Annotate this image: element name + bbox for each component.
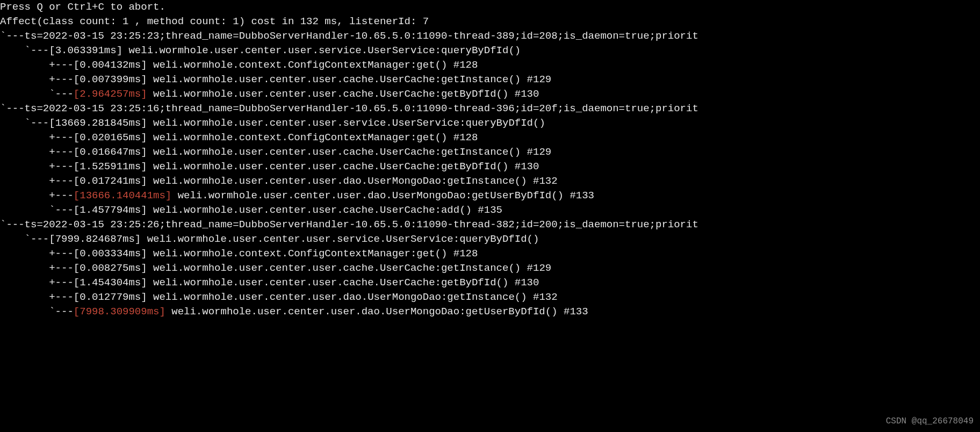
trace-method-call: ] weli.wormhole.user.center.user.service… <box>117 45 521 56</box>
watermark: CSDN @qq_26678049 <box>886 414 974 429</box>
trace-tree-prefix: +---[ <box>0 161 80 172</box>
trace-header: `---ts=2022-03-15 23:25:26;thread_name=D… <box>0 218 980 232</box>
trace-line: +---[0.016647ms] weli.wormhole.user.cent… <box>0 145 980 160</box>
trace-method-call: weli.wormhole.user.center.user.dao.UserM… <box>165 306 588 318</box>
trace-duration: 0.003334ms <box>80 248 141 260</box>
trace-method-call: ] weli.wormhole.context.ConfigContextMan… <box>141 132 478 143</box>
trace-tree-prefix: `---[ <box>0 233 55 245</box>
trace-line: +---[0.004132ms] weli.wormhole.context.C… <box>0 58 980 73</box>
trace-method-call: ] weli.wormhole.context.ConfigContextMan… <box>141 59 478 71</box>
trace-line: +---[1.454304ms] weli.wormhole.user.cent… <box>0 276 980 290</box>
trace-line: +---[13666.140441ms] weli.wormhole.user.… <box>0 189 980 203</box>
trace-tree-prefix: `--- <box>0 88 74 100</box>
trace-method-call: weli.wormhole.user.center.user.dao.UserM… <box>171 190 594 201</box>
trace-tree-prefix: +---[ <box>0 291 80 303</box>
trace-duration: 0.012779ms <box>80 291 141 303</box>
trace-tree-prefix: `---[ <box>0 204 80 216</box>
trace-tree-prefix: +---[ <box>0 175 80 187</box>
trace-line: +---[0.020165ms] weli.wormhole.context.C… <box>0 131 980 145</box>
trace-header: `---ts=2022-03-15 23:25:16;thread_name=D… <box>0 102 980 116</box>
trace-duration: [7998.309909ms] <box>74 306 165 318</box>
trace-tree-prefix: +---[ <box>0 248 80 260</box>
trace-duration: 13669.281845ms <box>55 117 141 129</box>
trace-line: +---[0.008275ms] weli.wormhole.user.cent… <box>0 261 980 276</box>
trace-method-call: ] weli.wormhole.user.center.user.cache.U… <box>141 146 551 158</box>
trace-duration: 0.017241ms <box>80 175 141 187</box>
trace-tree-prefix: +--- <box>0 190 74 201</box>
trace-line: +---[0.012779ms] weli.wormhole.user.cent… <box>0 290 980 305</box>
trace-duration: [2.964257ms] <box>74 88 147 100</box>
trace-method-call: ] weli.wormhole.user.center.user.cache.U… <box>141 277 539 289</box>
trace-line: +---[0.017241ms] weli.wormhole.user.cent… <box>0 174 980 189</box>
trace-header: `---ts=2022-03-15 23:25:23;thread_name=D… <box>0 29 980 44</box>
trace-line: `---[13669.281845ms] weli.wormhole.user.… <box>0 116 980 131</box>
trace-line: +---[0.003334ms] weli.wormhole.context.C… <box>0 247 980 261</box>
trace-tree-prefix: +---[ <box>0 132 80 143</box>
trace-tree-prefix: `---[ <box>0 117 55 129</box>
trace-line: `---[7999.824687ms] weli.wormhole.user.c… <box>0 232 980 247</box>
trace-tree-prefix: +---[ <box>0 262 80 274</box>
trace-line: `---[7998.309909ms] weli.wormhole.user.c… <box>0 305 980 319</box>
trace-duration: 1.457794ms <box>80 204 141 216</box>
trace-method-call: ] weli.wormhole.user.center.user.cache.U… <box>141 161 539 172</box>
trace-method-call: ] weli.wormhole.user.center.user.dao.Use… <box>141 175 557 187</box>
trace-method-call: ] weli.wormhole.user.center.user.service… <box>135 233 539 245</box>
trace-tree-prefix: +---[ <box>0 59 80 71</box>
trace-method-call: ] weli.wormhole.user.center.user.dao.Use… <box>141 291 557 303</box>
trace-duration: 0.016647ms <box>80 146 141 158</box>
trace-method-call: ] weli.wormhole.user.center.user.cache.U… <box>141 204 502 216</box>
abort-hint-line: Press Q or Ctrl+C to abort. <box>0 0 980 15</box>
trace-duration: 0.007399ms <box>80 74 141 85</box>
trace-duration: 1.525911ms <box>80 161 141 172</box>
trace-line: +---[1.525911ms] weli.wormhole.user.cent… <box>0 160 980 174</box>
trace-method-call: weli.wormhole.user.center.user.cache.Use… <box>147 88 539 100</box>
trace-duration: 0.020165ms <box>80 132 141 143</box>
trace-tree-prefix: +---[ <box>0 277 80 289</box>
trace-duration: 0.008275ms <box>80 262 141 274</box>
trace-duration: 1.454304ms <box>80 277 141 289</box>
trace-method-call: ] weli.wormhole.user.center.user.service… <box>141 117 545 129</box>
trace-tree-prefix: `--- <box>0 306 74 318</box>
trace-tree-prefix: `---[ <box>0 45 55 56</box>
trace-method-call: ] weli.wormhole.user.center.user.cache.U… <box>141 262 551 274</box>
trace-duration: [13666.140441ms] <box>74 190 171 201</box>
trace-tree-prefix: +---[ <box>0 74 80 85</box>
trace-duration: 0.004132ms <box>80 59 141 71</box>
trace-line: `---[1.457794ms] weli.wormhole.user.cent… <box>0 203 980 218</box>
trace-line: `---[3.063391ms] weli.wormhole.user.cent… <box>0 44 980 58</box>
trace-line: +---[0.007399ms] weli.wormhole.user.cent… <box>0 73 980 87</box>
trace-line: `---[2.964257ms] weli.wormhole.user.cent… <box>0 87 980 102</box>
trace-method-call: ] weli.wormhole.user.center.user.cache.U… <box>141 74 551 85</box>
affect-summary-line: Affect(class count: 1 , method count: 1)… <box>0 15 980 29</box>
trace-tree-prefix: +---[ <box>0 146 80 158</box>
trace-duration: 3.063391ms <box>55 45 117 56</box>
terminal-output: Press Q or Ctrl+C to abort.Affect(class … <box>0 0 980 319</box>
trace-duration: 7999.824687ms <box>55 233 135 245</box>
trace-method-call: ] weli.wormhole.context.ConfigContextMan… <box>141 248 478 260</box>
